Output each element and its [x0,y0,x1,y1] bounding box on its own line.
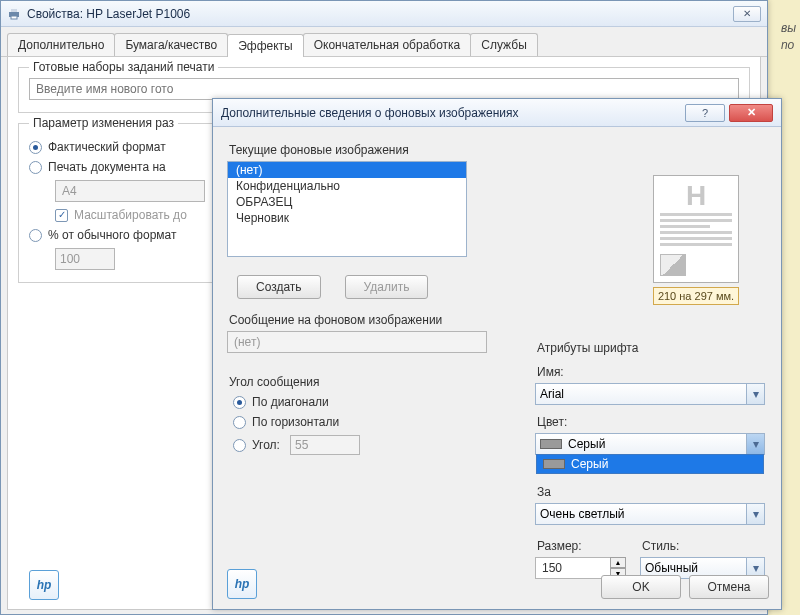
chevron-down-icon: ▾ [746,504,764,524]
main-close-button[interactable]: ✕ [733,6,761,22]
radio-percent[interactable]: % от обычного формат [29,228,207,242]
side-note-2: по [781,37,796,54]
font-name-combo[interactable]: Arial ▾ [535,383,765,405]
angle-diagonal-label: По диагонали [252,395,329,409]
angle-diagonal-radio[interactable]: По диагонали [233,395,517,409]
shade-value: Очень светлый [540,507,625,521]
dialog-titlebar[interactable]: Дополнительные сведения о фоновых изобра… [213,99,781,127]
preview-image-icon [660,254,686,276]
printer-icon [7,7,21,21]
font-color-combo[interactable]: Серый ▾ Серый [535,433,765,455]
shade-label: За [537,485,765,499]
checkbox-icon [55,209,68,222]
scale-label: Масштабировать до [74,208,187,222]
angle-horizontal-label: По горизонтали [252,415,339,429]
color-option-label: Серый [571,457,608,471]
radio-print-on-label: Печать документа на [48,160,166,174]
radio-icon [29,141,42,154]
ok-button[interactable]: OK [601,575,681,599]
radio-actual-size[interactable]: Фактический формат [29,140,207,154]
chevron-down-icon: ▾ [746,384,764,404]
dialog-title: Дополнительные сведения о фоновых изобра… [221,106,519,120]
font-attributes-label: Атрибуты шрифта [537,341,765,355]
main-titlebar[interactable]: Свойства: HP LaserJet P1006 ✕ [1,1,767,27]
hp-logo-icon: hp [227,569,257,599]
radio-icon [233,439,246,452]
preset-name-input[interactable] [29,78,739,100]
svg-rect-1 [11,9,17,12]
svg-rect-2 [11,16,17,19]
tab-effects[interactable]: Эффекты [227,34,304,57]
tab-services[interactable]: Службы [470,33,537,56]
preview-h-icon: H [660,182,732,210]
chevron-down-icon: ▾ [746,434,764,454]
scale-to-fit-check: Масштабировать до [55,208,207,222]
percent-input [55,248,115,270]
tab-paper-quality[interactable]: Бумага/качество [114,33,228,56]
list-item[interactable]: Черновик [228,210,466,226]
font-size-input[interactable] [535,557,611,579]
dialog-help-button[interactable]: ? [685,104,725,122]
angle-custom-radio[interactable]: Угол: [233,435,517,455]
paper-size-input [55,180,205,202]
tab-bar: Дополнительно Бумага/качество Эффекты Ок… [1,27,767,57]
shade-combo[interactable]: Очень светлый ▾ [535,503,765,525]
tab-additional[interactable]: Дополнительно [7,33,115,56]
size-label: Размер: [537,539,626,553]
dialog-close-button[interactable]: ✕ [729,104,773,122]
style-label: Стиль: [642,539,765,553]
radio-icon [29,229,42,242]
color-option[interactable]: Серый [537,455,763,473]
radio-percent-label: % от обычного формат [48,228,176,242]
font-color-label: Цвет: [537,415,765,429]
font-name-value: Arial [540,387,564,401]
cancel-button[interactable]: Отмена [689,575,769,599]
watermark-message-input[interactable] [227,331,487,353]
angle-value-input [290,435,360,455]
angle-custom-label: Угол: [252,438,280,452]
radio-icon [29,161,42,174]
message-label: Сообщение на фоновом изображении [229,313,517,327]
list-item[interactable]: Конфиденциально [228,178,466,194]
spin-up-icon[interactable]: ▲ [610,557,626,568]
main-window-title: Свойства: HP LaserJet P1006 [27,7,190,21]
resize-legend: Параметр изменения раз [29,116,178,130]
list-item[interactable]: (нет) [228,162,466,178]
tab-finishing[interactable]: Окончательная обработка [303,33,472,56]
radio-actual-label: Фактический формат [48,140,166,154]
presets-legend: Готовые наборы заданий печати [29,60,218,74]
create-button[interactable]: Создать [237,275,321,299]
font-color-value: Серый [568,437,605,451]
delete-button: Удалить [345,275,429,299]
angle-horizontal-radio[interactable]: По горизонтали [233,415,517,429]
resize-group: Параметр изменения раз Фактический форма… [18,123,218,283]
color-swatch-icon [543,459,565,469]
side-note-1: вы [781,20,796,37]
radio-icon [233,396,246,409]
list-item[interactable]: ОБРАЗЕЦ [228,194,466,210]
radio-icon [233,416,246,429]
current-watermarks-label: Текущие фоновые изображения [229,143,517,157]
font-name-label: Имя: [537,365,765,379]
color-swatch-icon [540,439,562,449]
font-style-value: Обычный [645,561,698,575]
watermark-dialog: Дополнительные сведения о фоновых изобра… [212,98,782,610]
page-preview: H 210 на 297 мм. [641,175,751,305]
angle-label: Угол сообщения [229,375,517,389]
hp-logo-icon: hp [29,570,59,600]
color-dropdown[interactable]: Серый [536,454,764,474]
radio-print-on[interactable]: Печать документа на [29,160,207,174]
watermark-listbox[interactable]: (нет) Конфиденциально ОБРАЗЕЦ Черновик [227,161,467,257]
preview-dimensions: 210 на 297 мм. [653,287,739,305]
